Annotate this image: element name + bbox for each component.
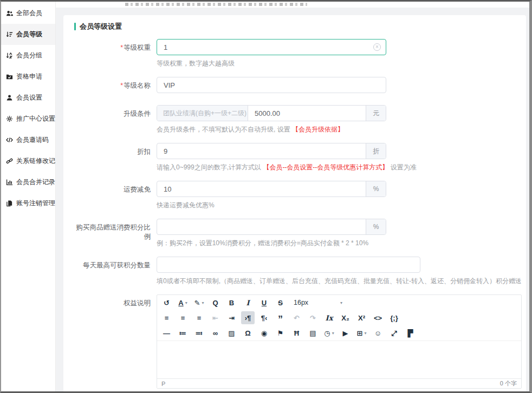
bold-icon[interactable]: B (225, 296, 238, 309)
chevron-down-icon: ▾ (185, 300, 187, 305)
highlight-color-icon[interactable]: ✎▾ (192, 296, 206, 309)
sidebar-item-label: 资格申请 (16, 72, 42, 81)
paragraph-rtl-icon[interactable]: ¶‹ (257, 311, 271, 324)
fullscreen-icon[interactable]: ⤢ (387, 326, 401, 339)
superscript-icon[interactable]: X² (355, 311, 368, 324)
discount-input-group: 折 (157, 143, 386, 159)
level-weight-input[interactable] (157, 40, 373, 55)
clear-icon[interactable] (373, 43, 381, 51)
field-row-points-ratio: 购买商品赠送消费积分比例 % 例：购买2件，设置10%消费积分，赠送消费积分=商… (74, 219, 522, 250)
special-char-icon[interactable]: Ω (241, 326, 255, 339)
editor-status-bar: P 0 个字 (157, 378, 521, 388)
editor-content-area[interactable] (157, 340, 521, 378)
member-user-icon (6, 94, 13, 101)
sidebar-item-all-members[interactable]: 全部会员 (1, 3, 55, 24)
indent-icon[interactable]: ⇥ (225, 311, 238, 324)
group-sort-icon (6, 52, 13, 59)
emoji-icon[interactable]: ☺ (371, 326, 385, 339)
daily-points-cap-input[interactable] (157, 257, 420, 272)
sidebar-item-merge-log[interactable]: 会员合并记录 (1, 172, 55, 193)
qualification-folder-icon (6, 73, 13, 80)
text-color-icon[interactable]: A▾ (176, 296, 190, 309)
points-ratio-label: 购买商品赠送消费积分比例 (74, 219, 157, 250)
code-sample-icon[interactable]: {;} (387, 311, 401, 324)
relation-link-icon (6, 158, 13, 165)
bookmark-icon[interactable]: ⚑ (274, 326, 287, 339)
paragraph-ltr-icon[interactable]: ›¶ (241, 311, 255, 324)
level-weight-label: *等级权重 (74, 39, 157, 70)
upgrade-condition-help: 会员升级条件，不填写默认为不自动升级, 设置 【会员升级依据】 (157, 125, 522, 134)
sidebar-item-member-settings[interactable]: 会员设置 (1, 87, 55, 108)
chevron-down-icon: ▾ (202, 300, 204, 305)
print-icon[interactable]: ▤ (306, 326, 320, 339)
unit-percent-addon: % (366, 219, 386, 234)
promotion-gear-icon (6, 115, 13, 122)
upgrade-condition-type-select[interactable]: 团队业绩满(自购+一级+二级) (157, 106, 248, 121)
align-left-icon[interactable]: ≡ (160, 311, 173, 324)
points-ratio-input-group: % (157, 219, 386, 235)
invite-code-icon (6, 136, 13, 143)
editor-toolbar-row: ≡≡≡⇤⇥›¶¶‹”↶↷IxX₂X²<>{;} (157, 310, 521, 325)
discount-help: 请输入0~999之间的数字,计算方式以 【会员--会员设置--会员等级优惠计算方… (157, 163, 522, 172)
editor-toolbar-row: —≔≕∞▨Ω◉⚑Ħ▤◷▾▶⊞▾☺⤢▛ (157, 325, 521, 340)
level-weight-help: 等级权重，数字越大越高级 (157, 59, 522, 68)
shipping-discount-input[interactable] (157, 181, 366, 196)
title-accent-bar (74, 23, 76, 30)
shipping-discount-help: 快递运费减免优惠% (157, 201, 522, 210)
outdent-icon: ⇤ (209, 311, 222, 324)
media-icon[interactable]: ▶ (339, 326, 352, 339)
code-icon[interactable]: <> (371, 311, 385, 324)
sidebar-item-member-groups[interactable]: 会员分组 (1, 45, 55, 66)
sidebar-item-qualification[interactable]: 资格申请 (1, 66, 55, 87)
clear-format-icon[interactable]: Ix (322, 311, 336, 324)
points-ratio-input[interactable] (157, 219, 366, 234)
required-mark: * (120, 82, 123, 89)
upgrade-condition-amount-input[interactable] (248, 106, 366, 121)
member-level-settings-card: 会员等级设置 *等级权重 等级权重，数字越大越高级 *等级名称 (63, 15, 526, 393)
daily-points-cap-help: 填0或者不填即不限制,（商品赠送、订单赠送、后台充值、充值码充值、批量充值、转让… (157, 277, 522, 286)
chevron-down-icon: ▾ (332, 331, 334, 336)
insert-time-icon[interactable]: ◷▾ (322, 326, 336, 339)
level-sort-icon (6, 31, 13, 38)
sidebar-item-relation-log[interactable]: 关系链修改记录 (1, 150, 55, 172)
editor-toolbar-row: ↺A▾✎▾QBIUS16px▾ (157, 295, 521, 310)
align-center-icon[interactable]: ≡ (176, 311, 190, 324)
sidebar-item-account-cancel[interactable]: 账号注销管理 (1, 193, 55, 214)
image-icon[interactable]: ▨ (225, 326, 238, 339)
level-name-input[interactable] (157, 77, 386, 93)
horizontal-rule-icon[interactable]: — (160, 326, 173, 339)
unit-yuan-addon: 元 (366, 106, 386, 121)
preview-eye-icon[interactable]: ◉ (257, 326, 271, 339)
sidebar-item-promotion-settings[interactable]: 推广中心设置 (1, 108, 55, 129)
history-icon[interactable]: ↺ (160, 296, 173, 309)
link-icon[interactable]: ∞ (209, 326, 222, 339)
field-row-discount: 折扣 折 请输入0~999之间的数字,计算方式以 【会员--会员设置--会员等级… (74, 143, 522, 174)
format-painter-icon[interactable]: ▛ (404, 326, 417, 339)
shipping-discount-input-group: % (157, 181, 386, 197)
search-replace-icon[interactable]: Q (209, 296, 222, 309)
italic-icon[interactable]: I (241, 296, 255, 309)
field-row-shipping-discount: 运费减免 % 快递运费减免优惠% (74, 181, 522, 212)
align-right-icon[interactable]: ≡ (192, 311, 206, 324)
strikethrough-icon[interactable]: S (274, 296, 287, 309)
field-row-level-weight: *等级权重 等级权重，数字越大越高级 (74, 39, 522, 70)
rich-text-editor: ↺A▾✎▾QBIUS16px▾ ≡≡≡⇤⇥›¶¶‹”↶↷IxX₂X²<>{;} … (157, 294, 522, 389)
discount-input[interactable] (157, 143, 366, 159)
sidebar-item-label: 关系链修改记录 (16, 156, 55, 166)
unit-zhe-addon: 折 (366, 143, 386, 159)
blockquote-icon[interactable]: ” (274, 311, 287, 324)
page-break-icon[interactable]: Ħ (290, 326, 303, 339)
underline-icon[interactable]: U (257, 296, 271, 309)
table-icon[interactable]: ⊞▾ (355, 326, 368, 339)
discount-label: 折扣 (74, 143, 157, 174)
sidebar-item-label: 全部会员 (16, 9, 42, 18)
sidebar-item-member-levels[interactable]: 会员等级 (1, 24, 55, 45)
required-mark: * (120, 44, 123, 51)
numbered-list-icon[interactable]: ≕ (192, 326, 206, 339)
bullet-list-icon[interactable]: ≔ (176, 326, 190, 339)
subscript-icon[interactable]: X₂ (339, 311, 352, 324)
unit-percent-addon: % (366, 181, 386, 196)
sidebar-item-invite-code[interactable]: 会员邀请码 (1, 129, 55, 150)
font-size-select[interactable]: 16px▾ (290, 296, 346, 309)
editor-element-path: P (161, 381, 165, 387)
